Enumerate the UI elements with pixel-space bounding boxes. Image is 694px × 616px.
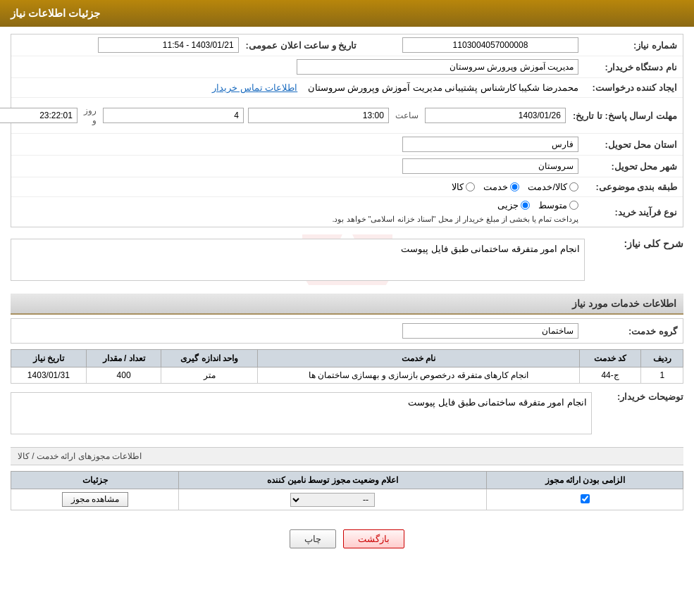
content-area: شماره نیاز: تاریخ و ساعت اعلان عمومی: نا… — [0, 27, 694, 566]
service-group-value-cell — [17, 323, 578, 339]
back-button[interactable]: بازگشت — [343, 529, 404, 548]
buyer-notes-box: انجام امور متفرقه ساختمانی طبق فایل پیوس… — [11, 392, 592, 434]
category-option-kala[interactable]: کالا — [452, 182, 475, 192]
deadline-day-input[interactable] — [103, 108, 244, 123]
city-label: شهر محل تحویل: — [578, 161, 677, 172]
cell-permit-details: مشاهده مجوز — [11, 489, 179, 510]
th-service-name: نام خدمت — [258, 350, 580, 367]
th-row-num: ردیف — [641, 350, 683, 367]
cell-need-date: 1403/01/31 — [11, 367, 87, 384]
row-need-number: شماره نیاز: تاریخ و ساعت اعلان عمومی: — [11, 34, 683, 56]
city-value-cell — [17, 158, 578, 174]
need-description-box: انجام امور متفرقه ساختمانی طبق فایل پیوس… — [11, 239, 585, 281]
service-group-label: گروه خدمت: — [578, 326, 677, 337]
row-deadline: مهلت ارسال پاسخ: تا تاریخ: ساعت روز و سا… — [11, 98, 683, 134]
purchase-option-motavaset[interactable]: متوسط — [538, 200, 578, 210]
cell-unit: متر — [161, 367, 258, 384]
cell-row-num: 1 — [641, 367, 683, 384]
table-row: 1 ج-44 انجام کارهای متفرقه درخصوص بازساز… — [11, 367, 683, 384]
cell-service-name: انجام کارهای متفرقه درخصوص بازسازی و بهس… — [258, 367, 580, 384]
th-details: جزئیات — [11, 472, 179, 489]
category-label: طبقه بندی موضوعی: — [578, 182, 677, 192]
services-section: اطلاعات خدمات مورد نیاز گروه خدمت: ردیف … — [11, 294, 683, 439]
page-title: جزئیات اطلاعات نیاز — [11, 7, 100, 19]
print-button[interactable]: چاپ — [290, 529, 336, 548]
purchase-desc: پرداخت تمام یا بخشی از مبلغ خریدار از مح… — [332, 215, 578, 223]
row-service-group: گروه خدمت: — [11, 318, 683, 344]
need-desc-value-cell: انجام امور متفرقه ساختمانی طبق فایل پیوس… — [11, 234, 585, 285]
deadline-time-input[interactable] — [248, 108, 389, 123]
main-info-section: شماره نیاز: تاریخ و ساعت اعلان عمومی: نا… — [11, 34, 683, 227]
permits-table: الزامی بودن ارائه مجوز اعلام وضعیت مجوز … — [11, 471, 683, 510]
th-need-date: تاریخ نیاز — [11, 350, 87, 367]
purchase-option-jozii[interactable]: جزیی — [497, 200, 530, 210]
province-label: استان محل تحویل: — [578, 139, 677, 150]
row-requester: ایجاد کننده درخواست: محمدرضا شکیبا کارشن… — [11, 78, 683, 98]
buyer-org-label: نام دستگاه خریدار: — [578, 62, 677, 73]
deadline-remaining-input[interactable] — [0, 108, 78, 123]
requester-value: محمدرضا شکیبا کارشناس پشتیبانی مدیریت آم… — [308, 82, 578, 93]
permits-section: اطلاعات مجوزهای ارائه خدمت / کالا الزامی… — [11, 447, 683, 510]
need-number-input[interactable] — [402, 37, 578, 53]
city-input[interactable] — [402, 158, 578, 174]
row-city: شهر محل تحویل: — [11, 156, 683, 177]
announce-date-input[interactable] — [98, 37, 239, 53]
buyer-notes-text: انجام امور متفرقه ساختمانی طبق فایل پیوس… — [408, 397, 587, 408]
th-service-code: کد خدمت — [579, 350, 641, 367]
page-wrapper: جزئیات اطلاعات نیاز شماره نیاز: تاریخ و … — [0, 0, 694, 616]
contact-link[interactable]: اطلاعات تماس خریدار — [212, 82, 297, 93]
buyer-notes-value-cell: انجام امور متفرقه ساختمانی طبق فایل پیوس… — [11, 388, 592, 439]
service-group-input[interactable] — [402, 323, 578, 339]
purchase-type-value-cell: متوسط جزیی پرداخت تمام یا بخشی از مبلغ خ… — [17, 200, 578, 224]
cell-count: 400 — [86, 367, 161, 384]
row-province: استان محل تحویل: — [11, 134, 683, 156]
need-number-label: شماره نیاز: — [578, 40, 677, 51]
row-purchase-type: نوع فرآیند خرید: متوسط جزیی پرداخت تمام … — [11, 197, 683, 227]
deadline-day-label: روز و — [84, 106, 97, 125]
purchase-type-label: نوع فرآیند خرید: — [578, 207, 677, 218]
services-table: ردیف کد خدمت نام خدمت واحد اندازه گیری ت… — [11, 349, 683, 384]
th-count: تعداد / مقدار — [86, 350, 161, 367]
need-number-value-cell — [357, 37, 578, 53]
buyer-notes-row: توضیحات خریدار: انجام امور متفرقه ساختما… — [11, 388, 683, 439]
view-permit-button[interactable]: مشاهده مجوز — [62, 492, 128, 507]
buyer-notes-label: توضیحات خریدار: — [599, 388, 683, 402]
deadline-label: مهلت ارسال پاسخ: تا تاریخ: — [566, 111, 677, 121]
deadline-date-input[interactable] — [425, 108, 566, 123]
permits-section-title: اطلاعات مجوزهای ارائه خدمت / کالا — [11, 447, 683, 465]
deadline-value-cell: ساعت روز و ساعت باقی مانده — [0, 101, 566, 130]
cell-service-code: ج-44 — [579, 367, 641, 384]
table-row: -- مشاهده مجوز — [11, 489, 683, 510]
buyer-org-value-cell — [17, 59, 578, 75]
services-section-title: اطلاعات خدمات مورد نیاز — [11, 294, 683, 315]
button-row: بازگشت چاپ — [11, 519, 683, 559]
buyer-org-input[interactable] — [297, 59, 578, 75]
category-option-kala-khedmat[interactable]: کالا/خدمت — [528, 182, 578, 192]
page-header: جزئیات اطلاعات نیاز — [0, 0, 694, 27]
th-status: اعلام وضعیت مجوز توسط نامین کننده — [179, 472, 487, 489]
category-value-cell: کالا/خدمت خدمت کالا — [17, 182, 578, 192]
requester-label: ایجاد کننده درخواست: — [578, 82, 677, 93]
cell-permit-status: -- — [179, 489, 487, 510]
announce-date-value-cell — [17, 37, 239, 53]
permit-status-select[interactable]: -- — [290, 493, 375, 507]
th-unit: واحد اندازه گیری — [161, 350, 258, 367]
requester-value-cell: محمدرضا شکیبا کارشناس پشتیبانی مدیریت آم… — [17, 82, 578, 93]
need-description-text: انجام امور متفرقه ساختمانی طبق فایل پیوس… — [401, 244, 580, 254]
th-required: الزامی بودن ارائه مجوز — [487, 472, 683, 489]
deadline-time-label: ساعت — [395, 111, 419, 120]
announce-date-label: تاریخ و ساعت اعلان عمومی: — [239, 40, 357, 51]
province-value-cell — [17, 137, 578, 152]
category-option-khedmat[interactable]: خدمت — [483, 182, 519, 192]
row-buyer-org: نام دستگاه خریدار: — [11, 56, 683, 78]
row-category: طبقه بندی موضوعی: کالا/خدمت خدمت کالا — [11, 177, 683, 197]
cell-permit-required — [487, 489, 683, 510]
need-desc-section-title: شرح کلی نیاز: — [617, 238, 683, 249]
province-input[interactable] — [402, 137, 578, 152]
permit-required-checkbox[interactable] — [581, 494, 590, 503]
need-description-section: شرح کلی نیاز: انجام امور متفرقه ساختمانی… — [11, 234, 683, 285]
